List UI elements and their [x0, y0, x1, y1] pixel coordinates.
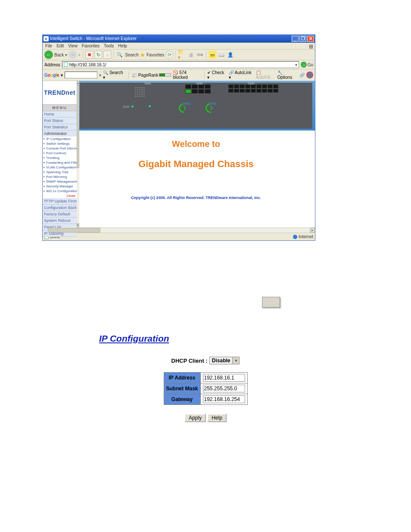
sidebar-sub-8021x-configuration[interactable]: 802.1x Configuration [43, 189, 77, 193]
dhcp-select-value: Disable [210, 358, 233, 364]
menu-favorites[interactable]: Favorites [82, 44, 100, 48]
horizontal-scrollbar[interactable]: ◂ ▸ [43, 227, 315, 233]
google-news-icon[interactable]: 📰 [131, 73, 137, 78]
fan2-icon [204, 102, 217, 115]
sidebar-item-administrator[interactable]: Administrator [43, 131, 77, 137]
menu-view[interactable]: View [68, 44, 78, 48]
address-input[interactable]: http://192.168.16.1/ ▾ [62, 61, 299, 68]
scroll-up-icon[interactable]: ▴ [77, 81, 79, 85]
sidebar-item-factory-default[interactable]: Factory Default [43, 211, 77, 218]
mail-button[interactable]: ✉▾ [196, 51, 204, 59]
media-button[interactable]: ⟳ [165, 51, 173, 59]
favorites-label[interactable]: Favorites [146, 53, 164, 57]
unlabeled-grey-button[interactable] [262, 297, 280, 308]
pagerank-widget[interactable]: PageRank [138, 73, 171, 78]
forward-button[interactable]: → [68, 50, 77, 59]
sidebar-sub-vlan-configuration[interactable]: VLAN Configuration [43, 165, 77, 170]
back-button[interactable]: ← [44, 50, 53, 59]
welcome-line2: Gigabit Managed Chassis [77, 149, 315, 170]
print-button[interactable]: 🖨 [187, 51, 195, 59]
hscroll-thumb[interactable] [48, 228, 100, 233]
popup-blocked[interactable]: 🚫 574 blocked [173, 70, 202, 80]
active-port-icon [185, 89, 191, 93]
sidebar-item-system-reboot[interactable]: System Reboot [43, 218, 77, 224]
extra-button[interactable]: 🔗 [299, 73, 305, 78]
fan1-icon [177, 102, 190, 115]
sidebar-sub-console-port-info[interactable]: Console Port Information [43, 146, 77, 151]
menu-help[interactable]: Help [118, 44, 127, 48]
options-button[interactable]: 🔧 Options [277, 70, 298, 80]
menubar: File Edit View Favorites Tools Help ⊞ [43, 43, 315, 50]
hscroll-right-icon[interactable]: ▸ [310, 228, 315, 233]
refresh-button[interactable]: ↻ [94, 51, 102, 59]
slot4-indicator: Slot4 [123, 105, 134, 108]
gateway-input[interactable] [203, 395, 245, 403]
gateway-label: Gateway [164, 394, 200, 405]
slot2-ports [185, 84, 211, 93]
sidebar-sub-port-controls[interactable]: Port Controls [43, 151, 77, 156]
status-bar: Done Internet [43, 233, 315, 240]
sidebar-sub-forwarding-filtering[interactable]: Forwarding and Filtering [43, 160, 77, 165]
search-label[interactable]: Search [125, 53, 139, 57]
device-panel-area: Slot1 Slot2 Slot3 [77, 81, 315, 131]
sidebar-close[interactable]: Close [43, 193, 77, 198]
apply-button[interactable]: Apply [184, 414, 206, 422]
security-zone[interactable]: Internet [293, 234, 313, 239]
autolink-button[interactable]: 🔗 AutoLink ▾ [229, 70, 254, 80]
notes-button[interactable]: ▭ [209, 51, 216, 59]
close-button[interactable]: ✕ [307, 36, 314, 42]
check-button[interactable]: ✔ Check ▾ [207, 70, 227, 80]
scroll-down-icon[interactable]: ▾ [77, 223, 79, 227]
table-row: Gateway [164, 394, 247, 405]
sidebar-sub-trunking[interactable]: Trunking [43, 156, 77, 160]
google-toolbar: Google▾ ▾ 🔍 Search ▾ 📰 PageRank 🚫 574 bl… [43, 69, 315, 81]
sidebar-sub-ip-configuration[interactable]: IP Configuration [43, 137, 77, 141]
brand-logo-text: TRENDnet [44, 89, 75, 96]
sidebar-item-port-status[interactable]: Port Status [43, 118, 77, 124]
sidebar-sub-switch-settings[interactable]: Switch Settings [43, 141, 77, 146]
google-earth-icon[interactable]: 🌐 [306, 72, 313, 78]
ie-window: e Intelligent Switch - Microsoft Interne… [42, 34, 315, 241]
sidebar-scrollbar[interactable]: ▴ ▾ [77, 81, 79, 227]
home-button[interactable]: ⌂ [103, 51, 111, 59]
subnet-mask-input[interactable] [203, 385, 245, 392]
address-value: http://192.168.16.1/ [69, 62, 106, 67]
welcome-area: Welcome to Gigabit Managed Chassis Copyr… [77, 131, 315, 227]
menu-tools[interactable]: Tools [104, 44, 114, 48]
go-button[interactable]: →Go [301, 62, 313, 68]
window-titlebar[interactable]: e Intelligent Switch - Microsoft Interne… [43, 35, 315, 43]
sidebar-item-config-backup[interactable]: Configuration Backu [43, 205, 77, 211]
menu-file[interactable]: File [45, 44, 52, 48]
slot5-indicator [149, 105, 151, 107]
sidebar-sub-snmp-management[interactable]: SNMP Management [43, 179, 77, 184]
fan-indicators [179, 103, 215, 113]
sidebar-sub-port-mirroring[interactable]: Port Mirroring [43, 174, 77, 179]
history-button[interactable]: 📁▾ [178, 51, 186, 59]
menu-header: MENU [43, 104, 77, 111]
sidebar-sub-spanning-tree[interactable]: Spanning Tree [43, 170, 77, 174]
dhcp-select[interactable]: Disable ▼ [209, 357, 240, 364]
maximize-button[interactable]: ❐ [299, 36, 306, 42]
ip-config-form: DHCP Client : Disable ▼ IP Address Subne… [0, 357, 411, 422]
sidebar-item-home[interactable]: Home [43, 111, 77, 118]
minimize-button[interactable]: _ [292, 36, 299, 42]
search-icon: 🔍 [116, 51, 124, 59]
stop-button[interactable]: ✖ [85, 51, 93, 59]
messenger-button[interactable]: 👤 [227, 51, 234, 59]
sidebar-item-port-statistics[interactable]: Port Statistics [43, 124, 77, 131]
google-search-input[interactable] [65, 72, 97, 78]
menu-edit[interactable]: Edit [56, 44, 64, 48]
sidebar-item-tftp-update[interactable]: TFTP Update Firmwa [43, 198, 77, 205]
address-bar: Address http://192.168.16.1/ ▾ →Go [43, 60, 315, 69]
table-row: Subnet Mask [164, 383, 247, 394]
google-search-button[interactable]: 🔍 Search ▾ [103, 70, 126, 80]
back-label[interactable]: Back [54, 53, 64, 57]
ip-address-input[interactable] [203, 374, 245, 382]
autofill-button[interactable]: 📋 AutoFill [256, 70, 276, 80]
slot3-ports [228, 84, 278, 93]
research-button[interactable]: 📖 [218, 51, 225, 59]
help-button[interactable]: Help [207, 414, 227, 422]
scroll-thumb[interactable] [77, 85, 79, 168]
chevron-down-icon[interactable]: ▼ [232, 357, 239, 364]
sidebar-sub-security-manager[interactable]: Security Manager [43, 184, 77, 189]
